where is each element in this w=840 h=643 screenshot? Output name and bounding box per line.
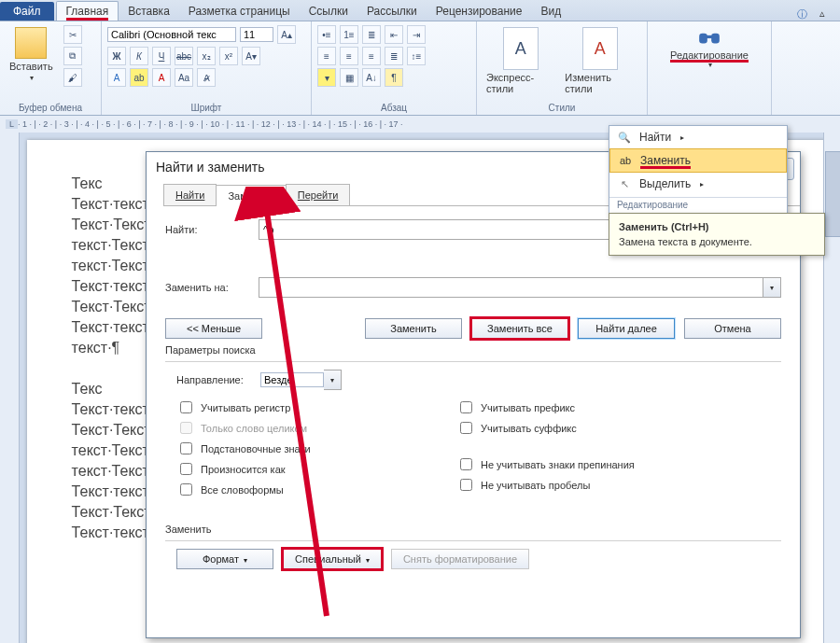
menu-find[interactable]: 🔍Найти ▸: [609, 126, 787, 148]
cancel-button[interactable]: Отмена: [684, 318, 781, 339]
change-case-button[interactable]: Aa: [175, 68, 193, 87]
shading-button[interactable]: ▾: [317, 68, 336, 87]
cb-suffix[interactable]: Учитывать суффикс: [456, 419, 635, 437]
editing-button[interactable]: Редактирование▾: [653, 25, 765, 69]
dlgtab-goto[interactable]: Перейти: [286, 184, 351, 205]
group-paragraph: •≡ 1≡ ≣ ⇤ ⇥ ≡ ≡ ≡ ≣ ↕≡ ▾ ▦ A↓ ¶: [312, 21, 477, 115]
numbering-button[interactable]: 1≡: [340, 25, 358, 44]
paragraph-group-label: Абзац: [312, 103, 476, 113]
subscript-button[interactable]: x₂: [197, 47, 216, 65]
cb-forms-label: Все словоформы: [201, 484, 284, 496]
increase-indent-button[interactable]: ⇥: [407, 25, 426, 44]
align-left-button[interactable]: ≡: [317, 47, 336, 65]
search-params-label: Параметры поиска: [165, 344, 781, 356]
cb-ignore-punct[interactable]: Не учитывать знаки препинания: [456, 455, 635, 473]
cb-sounds-label: Произносится как: [201, 464, 286, 475]
tab-insert[interactable]: Вставка: [119, 2, 179, 21]
menu-select-label: Выделить: [639, 177, 691, 190]
cb-ignore-space[interactable]: Не учитывать пробелы: [456, 476, 635, 494]
special-button[interactable]: Специальный ▾: [283, 549, 382, 569]
less-button[interactable]: << Меньше: [165, 318, 262, 339]
show-marks-button[interactable]: ¶: [385, 68, 403, 87]
tab-view[interactable]: Вид: [531, 2, 570, 21]
shrink-font-button[interactable]: A▾: [242, 47, 260, 65]
font-color-button[interactable]: A: [152, 68, 171, 87]
direction-label: Направление:: [176, 374, 260, 385]
change-styles-label: Изменить стили: [565, 72, 637, 94]
font-size-select[interactable]: [240, 27, 273, 42]
cut-button[interactable]: ✂: [63, 25, 82, 44]
dlgtab-find[interactable]: Найти: [163, 184, 217, 205]
editing-label: Редактирование: [670, 49, 749, 61]
tab-refs[interactable]: Ссылки: [300, 2, 357, 21]
tab-file[interactable]: Файл: [0, 2, 54, 21]
help-icon[interactable]: ⓘ: [797, 7, 810, 21]
dialog-body: Найти: ▾ Заменить на: ▾ << Меньше Замени…: [147, 206, 800, 579]
group-clipboard: Вставить▾ ✂ ⧉ 🖌 Буфер обмена: [0, 21, 102, 115]
replace-input[interactable]: [259, 277, 763, 298]
highlight-button[interactable]: ab: [130, 68, 148, 87]
tab-home[interactable]: Главная: [56, 1, 119, 21]
cb-word-forms[interactable]: Все словоформы: [176, 481, 400, 498]
format-painter-button[interactable]: 🖌: [63, 68, 82, 87]
tab-layout[interactable]: Разметка страницы: [179, 2, 300, 21]
paste-button[interactable]: Вставить▾: [6, 25, 57, 84]
svg-rect-0: [699, 34, 707, 44]
menu-replace[interactable]: abЗаменить: [609, 148, 787, 173]
ribbon-tabs: Файл Главная Вставка Разметка страницы С…: [0, 0, 840, 21]
binoculars-icon: [697, 25, 721, 49]
cb-punct-label: Не учитывать знаки препинания: [481, 459, 635, 470]
line-spacing-button[interactable]: ↕≡: [407, 47, 426, 65]
sort-button[interactable]: A↓: [362, 68, 381, 87]
svg-rect-2: [707, 35, 713, 38]
vertical-scrollbar[interactable]: [823, 133, 840, 643]
text-effects-button[interactable]: A: [107, 68, 126, 87]
multilevel-button[interactable]: ≣: [362, 25, 381, 44]
bullets-button[interactable]: •≡: [317, 25, 336, 44]
decrease-indent-button[interactable]: ⇤: [385, 25, 403, 44]
superscript-button[interactable]: x²: [219, 47, 238, 65]
ruler-corner: L: [6, 119, 18, 129]
word-window: Файл Главная Вставка Разметка страницы С…: [0, 0, 840, 643]
clear-formatting-button[interactable]: A̷: [197, 68, 216, 87]
font-name-select[interactable]: [107, 27, 236, 42]
cb-sounds-like[interactable]: Произносится как: [176, 460, 400, 478]
bold-button[interactable]: Ж: [107, 47, 126, 65]
replace-history-dropdown[interactable]: ▾: [763, 277, 781, 298]
direction-select[interactable]: [260, 372, 324, 387]
vertical-ruler[interactable]: [0, 133, 20, 643]
align-right-button[interactable]: ≡: [362, 47, 381, 65]
cb-whole-word: Только слово целиком: [176, 419, 400, 437]
replace-icon: ab: [618, 153, 633, 168]
grow-font-button[interactable]: A▴: [277, 25, 296, 44]
tab-mail[interactable]: Рассылки: [357, 2, 427, 21]
cb-wildcards[interactable]: Подстановочные знаки: [176, 440, 400, 457]
align-center-button[interactable]: ≡: [340, 47, 358, 65]
scrollbar-thumb[interactable]: [825, 151, 840, 237]
ruler-marks: · 1 · | · 2 · | · 3 · | · 4 · | · 5 · | …: [18, 119, 403, 129]
change-styles-button[interactable]: A Изменить стили: [561, 25, 641, 96]
italic-button[interactable]: К: [130, 47, 148, 65]
direction-dropdown[interactable]: ▾: [324, 370, 342, 390]
paste-label: Вставить: [9, 61, 53, 72]
strike-button[interactable]: abc: [175, 47, 193, 65]
cb-case-label: Учитывать регистр: [201, 402, 290, 413]
replace-all-button[interactable]: Заменить все: [471, 318, 568, 339]
cb-prefix[interactable]: Учитывать префикс: [456, 398, 635, 416]
window-controls: ⓘ ▵: [797, 7, 840, 21]
quick-styles-button[interactable]: A Экспресс-стили: [483, 25, 561, 96]
underline-button[interactable]: Ч: [152, 47, 171, 65]
no-formatting-button: Снять форматирование: [391, 549, 529, 569]
justify-button[interactable]: ≣: [385, 47, 403, 65]
menu-section-label: Редактирование: [609, 197, 787, 212]
format-button[interactable]: Формат ▾: [176, 549, 273, 569]
borders-button[interactable]: ▦: [340, 68, 358, 87]
tab-review[interactable]: Рецензирование: [427, 2, 532, 21]
copy-button[interactable]: ⧉: [63, 47, 82, 65]
find-next-button[interactable]: Найти далее: [578, 318, 675, 339]
menu-select[interactable]: ↖Выделить ▸: [609, 173, 787, 195]
dlgtab-replace[interactable]: Заменить: [216, 185, 286, 206]
minimize-ribbon-icon[interactable]: ▵: [819, 7, 833, 21]
cb-case[interactable]: Учитывать регистр: [176, 398, 400, 416]
replace-button[interactable]: Заменить: [365, 318, 462, 339]
